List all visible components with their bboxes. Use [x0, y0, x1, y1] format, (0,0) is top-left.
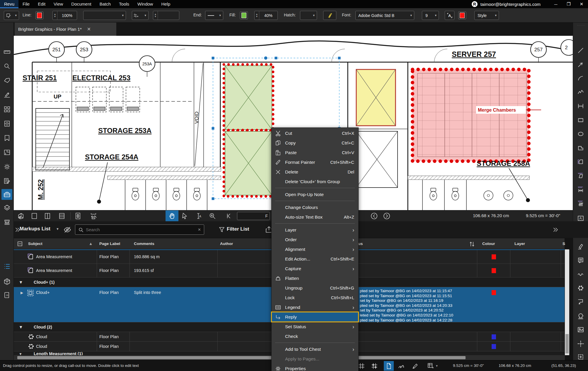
style-dropdown[interactable]: Style▾ — [474, 11, 499, 20]
dimension-tool-icon[interactable] — [577, 103, 584, 109]
toolbar-drag-handle[interactable]: ∙∙∙∙∙∙ — [577, 24, 585, 27]
signature-pen-icon[interactable] — [398, 363, 405, 370]
split-vertical-icon[interactable] — [44, 212, 51, 219]
context-menu-item-set-status[interactable]: Set Status› — [272, 322, 358, 331]
snap-to-markup-icon[interactable] — [371, 363, 378, 370]
single-pane-icon[interactable] — [31, 212, 38, 219]
colour-swatch[interactable] — [492, 290, 496, 295]
callout-tool-icon[interactable] — [577, 299, 584, 305]
vertical-scrollbar[interactable] — [565, 249, 569, 355]
context-menu-item-flatten[interactable]: Flatten — [272, 273, 358, 283]
stamp-tool-icon[interactable] — [577, 313, 584, 319]
search-panel-icon[interactable] — [4, 63, 11, 70]
file-access-panel-icon[interactable] — [4, 120, 11, 127]
context-menu-item-add-to-tool-chest[interactable]: Add to Tool Chest› — [272, 344, 358, 354]
markups-list-chevron-icon[interactable]: ▼ — [56, 227, 59, 231]
polyline-tool-icon[interactable] — [577, 89, 584, 96]
markup-summary-panel-icon[interactable] — [4, 178, 11, 185]
fit-width-icon[interactable] — [90, 212, 97, 219]
context-menu-item-reply[interactable]: Reply — [272, 312, 358, 322]
col-page-label[interactable]: Page Label — [99, 241, 120, 246]
text-box-tool-icon[interactable]: A — [577, 215, 584, 222]
line-end-dropdown[interactable]: ▾ — [205, 11, 223, 20]
length-measurement-tool-icon[interactable] — [577, 186, 584, 193]
settings-gear-icon[interactable] — [4, 163, 11, 170]
highlighter-tool-icon[interactable] — [577, 243, 584, 249]
select-cursor-icon[interactable] — [181, 212, 188, 219]
col-layer[interactable]: Layer — [514, 241, 525, 246]
context-menu-item-properties[interactable]: Properties — [272, 364, 358, 371]
fill-opacity-stepper[interactable]: ▲▼ 40% — [254, 11, 278, 20]
split-horizontal-icon[interactable] — [58, 212, 65, 219]
grid-settings-chevron-icon[interactable]: ▼ — [435, 364, 438, 367]
row-expand-chevron[interactable]: ▶ — [21, 291, 23, 295]
markups-list-title[interactable]: Markups List — [20, 226, 50, 232]
col-colour[interactable]: Colour — [482, 241, 495, 246]
colour-swatch[interactable] — [492, 344, 496, 349]
line-pattern-dropdown[interactable]: ▾ — [132, 11, 149, 20]
arc-tool-icon[interactable] — [577, 75, 584, 81]
snapshot-tool-icon[interactable] — [577, 354, 584, 360]
grid-snap-icon[interactable] — [358, 363, 365, 370]
search-clear-icon[interactable]: ✕ — [198, 227, 201, 232]
context-menu-item-delete-from-group[interactable]: Delete 'Cloud+' from Group — [272, 177, 358, 186]
page-indicator-box[interactable]: F — [237, 212, 270, 220]
cloud-tool-icon[interactable] — [577, 285, 584, 291]
yellow-highlight-box[interactable] — [356, 69, 396, 126]
cloud-polygon-tool-icon[interactable] — [577, 159, 584, 165]
filter-list-label[interactable]: Filter List — [227, 226, 249, 232]
ellipse-tool-icon[interactable] — [577, 131, 584, 137]
tag-panel-icon[interactable] — [4, 77, 11, 84]
col-subject-sort-icon[interactable]: ▲ — [89, 241, 93, 246]
menu-tools[interactable]: Tools — [115, 0, 133, 8]
crosshair-tool-icon[interactable] — [577, 341, 584, 347]
hide-markups-icon[interactable] — [64, 226, 71, 234]
font-color-swatch[interactable] — [458, 11, 466, 19]
menu-batch[interactable]: Batch — [96, 0, 115, 8]
count-measurement-tool-icon[interactable] — [577, 200, 584, 207]
filter-funnel-icon[interactable] — [218, 226, 225, 233]
context-menu-item-open-popup-note[interactable]: Open Pop-Up Note — [272, 190, 358, 199]
context-menu-item-autosize-text-box[interactable]: Auto-size Text BoxAlt+Z — [272, 212, 358, 222]
context-menu-item-delete[interactable]: DeleteDel — [272, 167, 358, 177]
polygon-tool-icon[interactable] — [577, 145, 584, 151]
hatch-dropdown[interactable]: ▾ — [300, 11, 317, 20]
line-width-stepper[interactable]: ▲▼ — [153, 11, 179, 20]
line-color-swatch[interactable] — [35, 11, 43, 19]
context-menu-item-legend[interactable]: Legend› — [272, 302, 358, 312]
layers-panel-icon[interactable] — [4, 204, 11, 211]
context-menu-item-lock[interactable]: LockCtrl+Shift+L — [272, 293, 358, 302]
colour-swatch[interactable] — [492, 334, 496, 339]
restore-button[interactable]: ❐ — [562, 0, 575, 8]
context-menu-item-cut[interactable]: CutCtrl+X — [272, 128, 358, 138]
cloud-markup-pink-fill[interactable] — [413, 69, 529, 161]
image-tool-icon[interactable] — [577, 326, 584, 333]
col-author[interactable]: Author — [220, 241, 233, 246]
context-menu-item-copy[interactable]: CopyCtrl+C — [272, 138, 358, 148]
previous-view-icon[interactable] — [371, 212, 378, 219]
grid-settings-icon[interactable] — [427, 363, 434, 370]
document-tab[interactable]: Brighter Graphics - Floor Plan 1* ✕ — [15, 23, 116, 36]
squiggle-tool-icon[interactable] — [577, 271, 584, 277]
context-menu-item-ungroup[interactable]: UngroupCtrl+Shift+G — [272, 283, 358, 293]
line-tool-icon[interactable] — [577, 47, 584, 54]
autosize-text-button[interactable]: A — [445, 11, 454, 20]
context-menu-item-paste[interactable]: PasteCtrl+V — [272, 148, 358, 157]
col-sort-filter-icon[interactable] — [469, 241, 475, 247]
select-all-checkbox[interactable] — [17, 241, 23, 246]
col-subject[interactable]: Subject — [28, 241, 42, 246]
menu-window[interactable]: Window — [133, 0, 157, 8]
select-text-icon[interactable]: A — [195, 212, 202, 219]
tool-chest-panel-active[interactable] — [1, 189, 12, 200]
context-menu-item-change-colours[interactable]: Change Colours — [272, 202, 358, 212]
menu-view[interactable]: View — [50, 0, 67, 8]
colour-swatch[interactable] — [492, 254, 496, 259]
menu-edit[interactable]: Edit — [34, 0, 50, 8]
menu-help[interactable]: Help — [157, 0, 174, 8]
3d-house-icon[interactable] — [17, 212, 24, 219]
context-menu-item-order[interactable]: Order› — [272, 235, 358, 244]
search-input[interactable] — [86, 227, 198, 232]
javascript-tab-icon[interactable]: JS — [4, 292, 11, 299]
horizontal-scrollbar-thumb[interactable] — [17, 356, 466, 359]
cloud-plus-green-areas[interactable] — [224, 64, 273, 196]
